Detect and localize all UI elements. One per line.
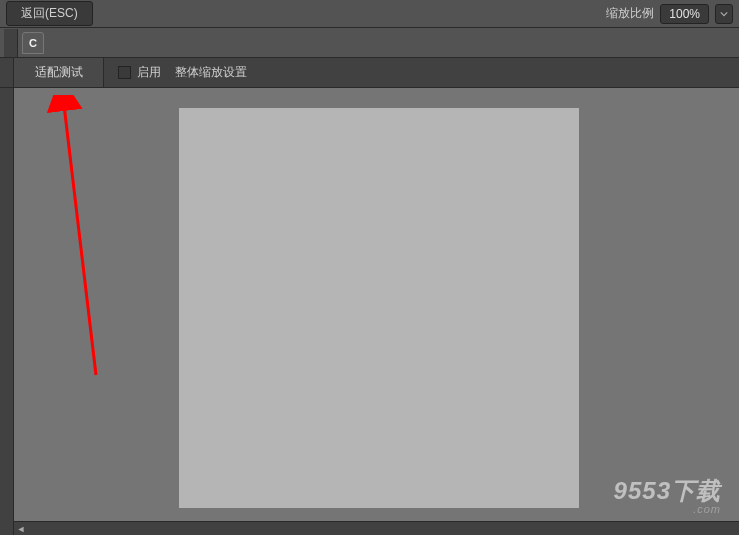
scroll-left-arrow-icon[interactable]: ◄ bbox=[14, 522, 28, 536]
enable-checkbox[interactable] bbox=[118, 66, 131, 79]
main-viewport bbox=[14, 88, 739, 521]
canvas-stage[interactable] bbox=[179, 108, 579, 508]
toolbar: 适配测试 启用 整体缩放设置 bbox=[0, 58, 739, 88]
tab-bar-gutter bbox=[4, 29, 18, 57]
main-left-gutter bbox=[0, 88, 14, 535]
toolbar-options: 启用 整体缩放设置 bbox=[104, 58, 247, 87]
zoom-ratio-label: 缩放比例 bbox=[606, 5, 654, 22]
global-zoom-settings-link[interactable]: 整体缩放设置 bbox=[175, 64, 247, 81]
tab-row: C bbox=[18, 29, 739, 57]
tab-bar: C bbox=[0, 28, 739, 58]
fit-test-button[interactable]: 适配测试 bbox=[14, 58, 104, 87]
back-button[interactable]: 返回(ESC) bbox=[6, 1, 93, 26]
chevron-down-icon bbox=[720, 11, 728, 17]
tab-c[interactable]: C bbox=[22, 32, 44, 54]
top-bar: 返回(ESC) 缩放比例 100% bbox=[0, 0, 739, 28]
zoom-section: 缩放比例 100% bbox=[606, 4, 733, 24]
zoom-value-input[interactable]: 100% bbox=[660, 4, 709, 24]
horizontal-scrollbar[interactable]: ◄ bbox=[14, 521, 739, 535]
toolbar-gutter bbox=[0, 58, 14, 87]
enable-checkbox-label: 启用 bbox=[137, 64, 161, 81]
zoom-dropdown-button[interactable] bbox=[715, 4, 733, 24]
